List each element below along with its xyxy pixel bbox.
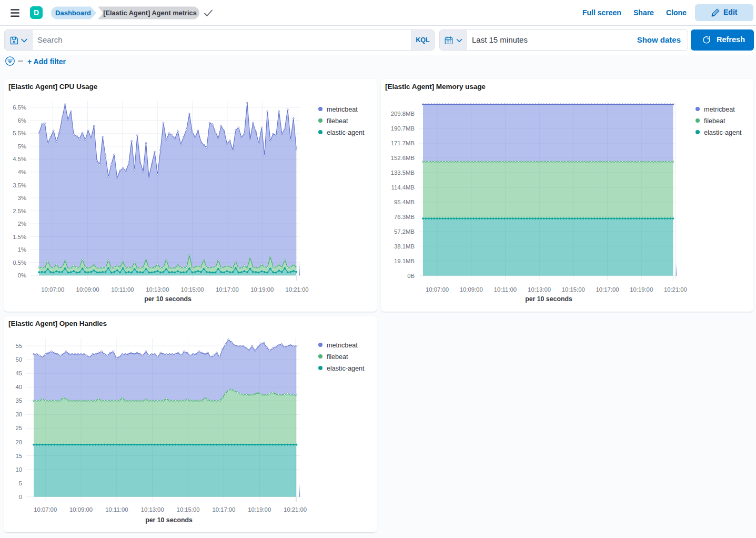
svg-text:10:07:00: 10:07:00 [41, 286, 64, 293]
svg-text:0B: 0B [407, 273, 415, 279]
svg-text:10:13:00: 10:13:00 [528, 286, 551, 293]
svg-text:50: 50 [15, 356, 22, 363]
svg-text:190.7MB: 190.7MB [391, 125, 415, 132]
svg-text:2.5%: 2.5% [13, 208, 26, 214]
svg-text:10:09:00: 10:09:00 [69, 506, 93, 513]
svg-text:per 10 seconds: per 10 seconds [144, 295, 191, 303]
svg-text:15: 15 [15, 453, 22, 459]
svg-text:3%: 3% [18, 195, 26, 201]
svg-text:6%: 6% [18, 117, 26, 124]
svg-text:Dashboard: Dashboard [55, 9, 91, 17]
svg-text:95.4MB: 95.4MB [394, 199, 415, 205]
svg-text:38.1MB: 38.1MB [394, 243, 415, 250]
svg-text:10:15:00: 10:15:00 [562, 286, 585, 293]
svg-text:10:07:00: 10:07:00 [34, 506, 57, 513]
svg-text:209.8MB: 209.8MB [391, 111, 415, 117]
svg-text:10:19:00: 10:19:00 [630, 286, 653, 293]
svg-text:10:17:00: 10:17:00 [212, 506, 235, 513]
svg-text:30: 30 [15, 411, 22, 417]
svg-text:metricbeat: metricbeat [704, 106, 735, 113]
svg-text:per 10 seconds: per 10 seconds [145, 516, 193, 524]
svg-text:10:13:00: 10:13:00 [141, 506, 164, 513]
svg-text:25: 25 [15, 425, 22, 431]
svg-text:20: 20 [15, 439, 22, 445]
svg-text:5: 5 [19, 480, 22, 486]
svg-text:10:19:00: 10:19:00 [248, 506, 271, 513]
svg-text:10:11:00: 10:11:00 [111, 286, 134, 293]
svg-text:1.5%: 1.5% [13, 234, 26, 240]
svg-text:6.5%: 6.5% [13, 104, 26, 111]
svg-text:4%: 4% [18, 169, 26, 175]
svg-text:filebeat: filebeat [704, 117, 725, 125]
svg-text:152.6MB: 152.6MB [391, 155, 415, 161]
svg-text:4.5%: 4.5% [13, 156, 26, 162]
svg-text:55: 55 [15, 343, 22, 349]
svg-text:10:21:00: 10:21:00 [284, 506, 307, 513]
svg-text:10:21:00: 10:21:00 [286, 286, 309, 293]
svg-text:10:07:00: 10:07:00 [426, 286, 449, 293]
svg-text:elastic-agent: elastic-agent [327, 129, 365, 136]
svg-text:40: 40 [15, 384, 22, 390]
svg-text:per 10 seconds: per 10 seconds [525, 295, 572, 303]
svg-text:[Elastic Agent] Memory usage: [Elastic Agent] Memory usage [385, 83, 486, 91]
svg-text:10:11:00: 10:11:00 [494, 286, 517, 293]
svg-text:elastic-agent: elastic-agent [704, 129, 742, 136]
svg-text:10:11:00: 10:11:00 [105, 506, 128, 513]
svg-text:10:13:00: 10:13:00 [146, 286, 169, 293]
svg-text:5.5%: 5.5% [13, 130, 26, 136]
svg-text:10:09:00: 10:09:00 [460, 286, 483, 293]
svg-text:76.3MB: 76.3MB [394, 214, 415, 220]
svg-text:2%: 2% [18, 221, 26, 227]
svg-text:133.5MB: 133.5MB [391, 170, 415, 176]
svg-text:metricbeat: metricbeat [327, 106, 358, 113]
svg-text:10:15:00: 10:15:00 [181, 286, 204, 293]
svg-text:10:09:00: 10:09:00 [76, 286, 99, 293]
svg-text:171.7MB: 171.7MB [391, 140, 415, 146]
svg-text:filebeat: filebeat [327, 117, 348, 125]
svg-text:[Elastic Agent] CPU Usage: [Elastic Agent] CPU Usage [8, 83, 98, 91]
svg-text:5%: 5% [18, 143, 26, 150]
svg-text:filebeat: filebeat [327, 353, 348, 361]
svg-text:57.2MB: 57.2MB [394, 228, 415, 235]
svg-text:45: 45 [15, 370, 22, 376]
svg-text:10:17:00: 10:17:00 [216, 286, 239, 293]
svg-text:3.5%: 3.5% [13, 182, 26, 188]
svg-text:[Elastic Agent] Agent metrics: [Elastic Agent] Agent metrics [103, 9, 197, 17]
svg-text:1%: 1% [18, 246, 26, 253]
svg-text:0: 0 [19, 494, 22, 500]
svg-text:0%: 0% [18, 272, 26, 278]
svg-text:[Elastic Agent] Open Handles: [Elastic Agent] Open Handles [8, 320, 107, 327]
svg-text:19.1MB: 19.1MB [394, 258, 415, 264]
svg-text:10: 10 [15, 466, 22, 473]
svg-text:0.5%: 0.5% [13, 260, 26, 266]
svg-text:35: 35 [15, 397, 22, 404]
svg-text:10:21:00: 10:21:00 [664, 286, 687, 293]
svg-text:10:17:00: 10:17:00 [596, 286, 619, 293]
svg-text:114.4MB: 114.4MB [391, 184, 415, 191]
svg-text:10:19:00: 10:19:00 [250, 286, 274, 293]
svg-text:elastic-agent: elastic-agent [327, 365, 365, 372]
svg-text:10:15:00: 10:15:00 [177, 506, 200, 513]
svg-text:metricbeat: metricbeat [327, 342, 358, 349]
